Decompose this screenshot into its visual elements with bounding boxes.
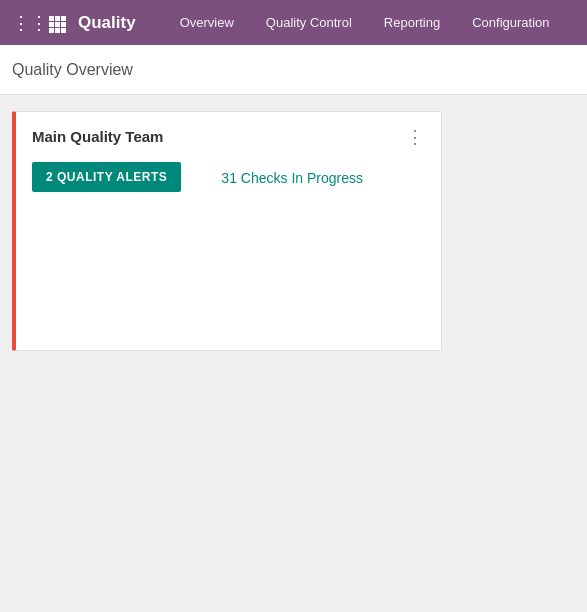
svg-rect-2 <box>61 16 66 21</box>
navbar: ⋮⋮ Quality Overview Quality Control Repo… <box>0 0 587 45</box>
card-title: Main Quality Team <box>32 128 163 145</box>
app-brand: Quality <box>78 13 136 33</box>
page-header: Quality Overview <box>0 45 587 95</box>
quality-team-card: Main Quality Team ⋮ 2 QUALITY ALERTS 31 … <box>12 111 442 351</box>
main-content: Main Quality Team ⋮ 2 QUALITY ALERTS 31 … <box>0 95 587 612</box>
svg-rect-3 <box>49 22 54 27</box>
nav-link-reporting[interactable]: Reporting <box>368 0 456 45</box>
nav-link-overview[interactable]: Overview <box>164 0 250 45</box>
page-title: Quality Overview <box>12 61 133 79</box>
grid-icon[interactable]: ⋮⋮ <box>12 12 66 34</box>
svg-rect-5 <box>61 22 66 27</box>
card-menu-icon[interactable]: ⋮ <box>406 128 425 146</box>
nav-link-quality-control[interactable]: Quality Control <box>250 0 368 45</box>
nav-links: Overview Quality Control Reporting Confi… <box>164 0 566 45</box>
checks-in-progress-link[interactable]: 31 Checks In Progress <box>221 162 363 186</box>
svg-rect-6 <box>49 28 54 33</box>
svg-rect-7 <box>55 28 60 33</box>
svg-rect-8 <box>61 28 66 33</box>
svg-rect-0 <box>49 16 54 21</box>
quality-alerts-button[interactable]: 2 QUALITY ALERTS <box>32 162 181 192</box>
card-body: 2 QUALITY ALERTS 31 Checks In Progress <box>32 162 425 192</box>
card-header: Main Quality Team ⋮ <box>32 128 425 146</box>
svg-rect-4 <box>55 22 60 27</box>
nav-link-configuration[interactable]: Configuration <box>456 0 565 45</box>
svg-rect-1 <box>55 16 60 21</box>
